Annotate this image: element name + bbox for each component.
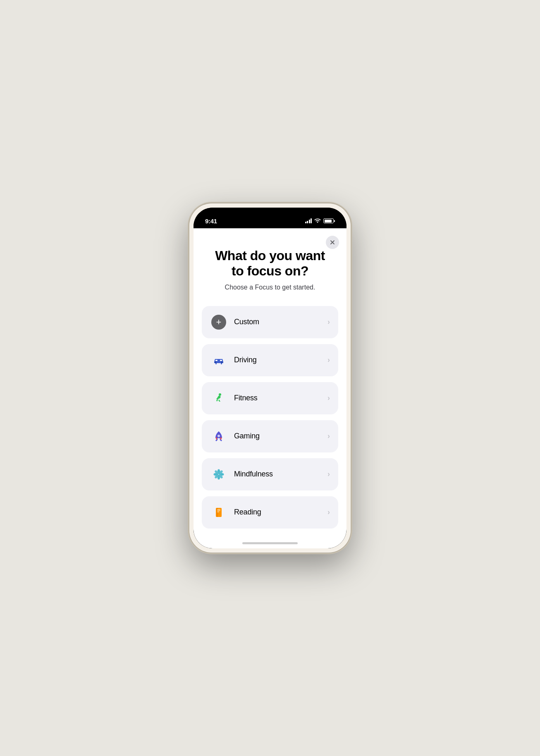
mindfulness-label: Mindfulness: [234, 470, 327, 478]
dynamic-island: [245, 213, 295, 227]
plus-icon: +: [211, 315, 226, 330]
status-bar: 9:41: [194, 208, 346, 228]
page-subtitle: Choose a Focus to get started.: [208, 284, 332, 291]
mindfulness-chevron: ›: [327, 470, 330, 478]
svg-point-6: [221, 361, 223, 363]
focus-list: + Custom ›: [194, 299, 346, 529]
wifi-icon: [314, 218, 321, 223]
driving-chevron: ›: [327, 356, 330, 364]
book-icon: [211, 505, 226, 520]
svg-rect-22: [217, 509, 220, 510]
svg-rect-23: [217, 510, 220, 511]
car-icon: [211, 353, 226, 368]
driving-icon-wrap: [210, 352, 227, 369]
fitness-icon-wrap: [210, 390, 227, 407]
content-area: What do you want to focus on? Choose a F…: [194, 228, 346, 548]
svg-rect-3: [215, 360, 217, 361]
status-time: 9:41: [205, 218, 217, 225]
mindfulness-icon-wrap: [210, 466, 227, 483]
svg-point-5: [215, 361, 217, 363]
phone-screen: 9:41: [194, 208, 346, 548]
focus-item-gaming[interactable]: Gaming ›: [202, 420, 338, 452]
header-section: What do you want to focus on? Choose a F…: [194, 228, 346, 299]
focus-item-reading[interactable]: Reading ›: [202, 496, 338, 529]
gaming-label: Gaming: [234, 432, 327, 440]
battery-icon: [323, 218, 335, 223]
svg-point-19: [218, 474, 220, 475]
signal-icon: [305, 218, 312, 223]
fitness-chevron: ›: [327, 394, 330, 402]
status-icons: [305, 218, 335, 223]
flower-icon: [211, 467, 226, 482]
focus-item-driving[interactable]: Driving ›: [202, 344, 338, 376]
focus-item-fitness[interactable]: Fitness ›: [202, 382, 338, 414]
focus-item-custom[interactable]: + Custom ›: [202, 306, 338, 338]
fitness-label: Fitness: [234, 394, 327, 402]
driving-label: Driving: [234, 356, 327, 364]
gaming-chevron: ›: [327, 432, 330, 440]
reading-chevron: ›: [327, 508, 330, 517]
reading-label: Reading: [234, 508, 327, 517]
gaming-icon-wrap: [210, 428, 227, 445]
rocket-icon: [211, 429, 226, 444]
svg-point-8: [217, 435, 220, 437]
svg-rect-4: [220, 360, 222, 361]
run-icon: [211, 391, 226, 406]
page-title: What do you want to focus on?: [208, 248, 332, 279]
custom-chevron: ›: [327, 318, 330, 326]
reading-icon-wrap: [210, 504, 227, 521]
phone-frame: 9:41: [189, 203, 351, 553]
svg-rect-24: [217, 512, 219, 512]
custom-icon-wrap: +: [210, 313, 227, 331]
focus-item-mindfulness[interactable]: Mindfulness ›: [202, 458, 338, 490]
home-indicator: [242, 542, 298, 544]
custom-label: Custom: [234, 318, 327, 326]
close-button[interactable]: [326, 236, 339, 249]
